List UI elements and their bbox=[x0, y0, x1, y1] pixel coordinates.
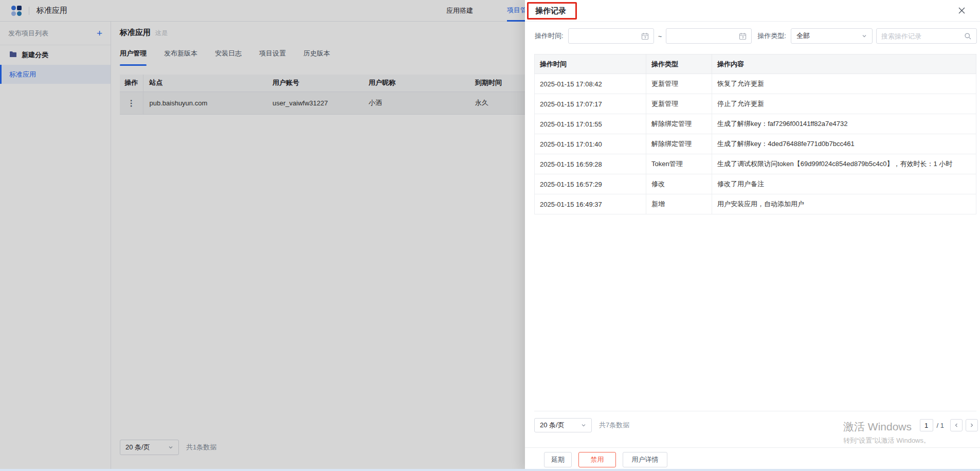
start-date-input[interactable] bbox=[568, 28, 654, 44]
prev-page-button[interactable] bbox=[950, 419, 963, 431]
op-time: 2025-01-15 16:57:29 bbox=[535, 174, 646, 194]
extend-button[interactable]: 延期 bbox=[544, 452, 572, 467]
operation-row: 2025-01-15 17:01:40 解除绑定管理 生成了解绑key：4ded… bbox=[535, 134, 976, 154]
operation-table-header-row: 操作时间 操作类型 操作内容 bbox=[535, 55, 976, 74]
operation-row: 2025-01-15 17:07:17 更新管理 停止了允许更新 bbox=[535, 94, 976, 114]
close-icon[interactable] bbox=[958, 7, 966, 14]
page-count: / 1 bbox=[937, 422, 944, 429]
drawer-total-count: 共7条数据 bbox=[599, 421, 629, 430]
col-header-op-content: 操作内容 bbox=[712, 55, 976, 74]
op-content: 生成了解绑key：4ded76488fe771d0b7bcc461 bbox=[712, 134, 976, 154]
operation-table-wrap: 操作时间 操作类型 操作内容 2025-01-15 17:08:42 更新管理 … bbox=[534, 54, 976, 411]
drawer-filters: 操作时间: ~ 操作类型: 全部 bbox=[535, 28, 977, 44]
operation-row: 2025-01-15 16:59:28 Token管理 生成了调试权限访问tok… bbox=[535, 154, 976, 174]
end-date-field[interactable] bbox=[671, 32, 733, 40]
date-range-separator: ~ bbox=[658, 32, 662, 40]
calendar-icon[interactable] bbox=[641, 32, 649, 40]
chevron-down-icon bbox=[581, 422, 586, 429]
op-content: 生成了解绑key：faf7296f00141ff82a7e4732 bbox=[712, 114, 976, 134]
op-time: 2025-01-15 17:07:17 bbox=[535, 94, 646, 114]
window-bottom-edge bbox=[0, 469, 980, 471]
op-time: 2025-01-15 16:59:28 bbox=[535, 154, 646, 174]
end-date-input[interactable] bbox=[666, 28, 752, 44]
op-type: 新增 bbox=[646, 194, 712, 214]
operation-table: 操作时间 操作类型 操作内容 2025-01-15 17:08:42 更新管理 … bbox=[534, 54, 976, 214]
time-filter-label: 操作时间: bbox=[535, 31, 564, 41]
operation-row: 2025-01-15 16:49:37 新增 用户安装应用，自动添加用户 bbox=[535, 194, 976, 214]
op-time: 2025-01-15 17:01:55 bbox=[535, 114, 646, 134]
op-type: 解除绑定管理 bbox=[646, 134, 712, 154]
drawer-page-size-select[interactable]: 20 条/页 bbox=[534, 418, 592, 432]
op-type: 解除绑定管理 bbox=[646, 114, 712, 134]
operation-type-select[interactable]: 全部 bbox=[791, 28, 873, 44]
op-type: 修改 bbox=[646, 174, 712, 194]
drawer-footer: 延期 禁用 用户详情 bbox=[525, 447, 980, 471]
operation-record-drawer: 操作记录 操作时间: ~ 操作类型: 全部 bbox=[525, 0, 980, 471]
op-content: 恢复了允许更新 bbox=[712, 74, 976, 94]
col-header-op-time: 操作时间 bbox=[535, 55, 646, 74]
search-record-field[interactable] bbox=[881, 32, 961, 40]
drawer-header: 操作记录 bbox=[525, 0, 980, 22]
op-type: 更新管理 bbox=[646, 94, 712, 114]
op-content: 停止了允许更新 bbox=[712, 94, 976, 114]
user-detail-button[interactable]: 用户详情 bbox=[623, 452, 667, 467]
search-icon[interactable] bbox=[964, 32, 972, 40]
annotation-red-box: 操作记录 bbox=[527, 2, 577, 20]
op-type: Token管理 bbox=[646, 154, 712, 174]
operation-row: 2025-01-15 16:57:29 修改 修改了用户备注 bbox=[535, 174, 976, 194]
operation-row: 2025-01-15 17:01:55 解除绑定管理 生成了解绑key：faf7… bbox=[535, 114, 976, 134]
drawer-title: 操作记录 bbox=[535, 6, 566, 16]
calendar-icon[interactable] bbox=[739, 32, 747, 40]
op-time: 2025-01-15 16:49:37 bbox=[535, 194, 646, 214]
chevron-down-icon bbox=[862, 32, 867, 40]
op-content: 用户安装应用，自动添加用户 bbox=[712, 194, 976, 214]
drawer-page-size-value: 20 条/页 bbox=[540, 421, 565, 430]
op-time: 2025-01-15 17:01:40 bbox=[535, 134, 646, 154]
op-content: 生成了调试权限访问token【69d99f024c854ed879b5c4c0】… bbox=[712, 154, 976, 174]
drawer-pagination: 20 条/页 共7条数据 / 1 bbox=[534, 418, 978, 433]
op-time: 2025-01-15 17:08:42 bbox=[535, 74, 646, 94]
type-filter-label: 操作类型: bbox=[757, 31, 786, 41]
start-date-field[interactable] bbox=[573, 32, 635, 40]
op-type: 更新管理 bbox=[646, 74, 712, 94]
disable-button[interactable]: 禁用 bbox=[578, 452, 616, 467]
operation-row: 2025-01-15 17:08:42 更新管理 恢复了允许更新 bbox=[535, 74, 976, 94]
current-page-input[interactable] bbox=[920, 419, 933, 431]
col-header-op-type: 操作类型 bbox=[646, 55, 712, 74]
next-page-button[interactable] bbox=[966, 419, 978, 431]
app-root: 标准应用 应用搭建 项目管理 发布项目列表 + 新建分类 标准应用 标准应用 这… bbox=[0, 0, 980, 471]
op-content: 修改了用户备注 bbox=[712, 174, 976, 194]
operation-type-value: 全部 bbox=[796, 31, 810, 41]
search-record-input[interactable] bbox=[876, 28, 977, 44]
